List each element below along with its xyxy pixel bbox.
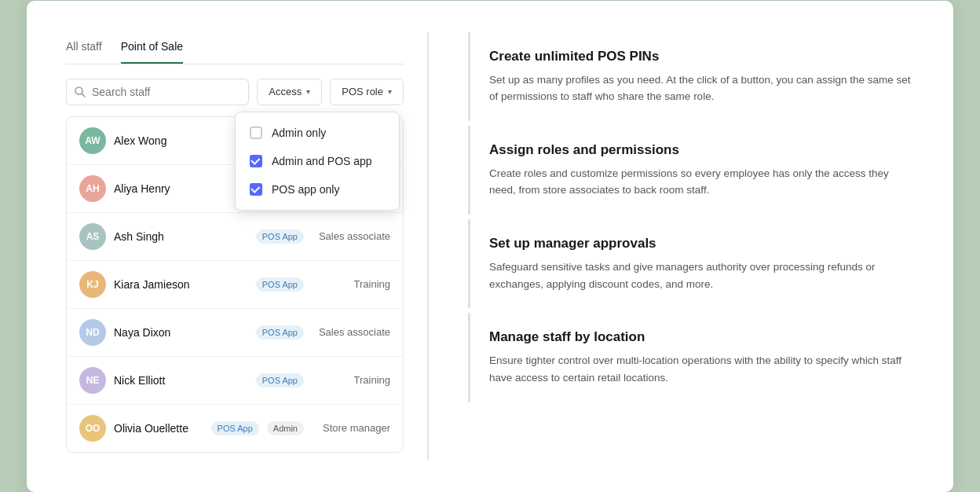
access-caret-icon: ▾ xyxy=(306,87,310,96)
feature-unlimited-pins: Create unlimited POS PINsSet up as many … xyxy=(468,32,914,121)
access-filter-button[interactable]: Access ▾ xyxy=(257,79,322,105)
staff-row[interactable]: KJKiara JamiesonPOS AppTraining xyxy=(67,261,403,309)
avatar: ND xyxy=(79,319,106,346)
pos-role-dropdown: Admin only Admin and POS app POS app onl… xyxy=(235,112,400,211)
main-card: All staff Point of Sale Access ▾ POS rol… xyxy=(27,1,953,492)
svg-line-1 xyxy=(82,94,85,97)
staff-role: Training xyxy=(312,278,390,290)
feature-title-staff-by-location: Manage staff by location xyxy=(489,329,914,346)
pos-role-filter-label: POS role xyxy=(342,86,383,97)
avatar: KJ xyxy=(79,271,106,298)
avatar: AW xyxy=(79,127,106,154)
avatar: NE xyxy=(79,367,106,394)
tab-point-of-sale[interactable]: Point of Sale xyxy=(121,32,183,64)
dropdown-item-admin-pos[interactable]: Admin and POS app xyxy=(236,147,399,175)
avatar: AS xyxy=(79,223,106,250)
feature-desc-roles-permissions: Create roles and customize permissions s… xyxy=(489,165,914,199)
left-panel: All staff Point of Sale Access ▾ POS rol… xyxy=(27,24,427,468)
dropdown-item-admin-only[interactable]: Admin only xyxy=(236,119,399,147)
staff-badge-pos: POS App xyxy=(211,421,259,435)
staff-role: Sales associate xyxy=(312,230,390,242)
feature-desc-staff-by-location: Ensure tighter control over multi-locati… xyxy=(489,352,914,386)
toolbar: Access ▾ POS role ▾ Admin only Admin and… xyxy=(66,79,404,105)
staff-name: Olivia Ouellette xyxy=(114,422,203,435)
dropdown-item-pos-only[interactable]: POS app only xyxy=(236,175,399,204)
right-panel: Create unlimited POS PINsSet up as many … xyxy=(429,24,953,468)
feature-manager-approvals: Set up manager approvalsSafeguard sensit… xyxy=(468,219,914,308)
feature-desc-manager-approvals: Safeguard sensitive tasks and give manag… xyxy=(489,259,914,292)
staff-name: Ash Singh xyxy=(114,230,248,243)
staff-badge-pos: POS App xyxy=(256,229,304,244)
staff-badge-pos: POS App xyxy=(256,277,304,292)
staff-row[interactable]: NENick ElliottPOS AppTraining xyxy=(67,357,403,405)
staff-row[interactable]: ASAsh SinghPOS AppSales associate xyxy=(67,213,403,261)
search-wrapper xyxy=(66,79,249,105)
search-icon xyxy=(74,86,86,98)
staff-row[interactable]: NDNaya DixonPOS AppSales associate xyxy=(67,309,403,357)
feature-roles-permissions: Assign roles and permissionsCreate roles… xyxy=(468,126,914,215)
feature-desc-unlimited-pins: Set up as many profiles as you need. At … xyxy=(489,72,914,105)
staff-badge-pos: POS App xyxy=(256,325,304,340)
staff-role: Sales associate xyxy=(312,326,390,338)
search-input[interactable] xyxy=(66,79,249,105)
feature-title-manager-approvals: Set up manager approvals xyxy=(489,235,914,252)
pos-role-filter-button[interactable]: POS role ▾ xyxy=(330,79,404,105)
avatar: AH xyxy=(79,175,106,202)
staff-badge-admin: Admin xyxy=(267,421,304,435)
staff-name: Aliya Henry xyxy=(114,182,248,195)
pos-role-caret-icon: ▾ xyxy=(388,87,392,96)
dropdown-label-admin-only: Admin only xyxy=(272,127,326,139)
feature-title-roles-permissions: Assign roles and permissions xyxy=(489,141,914,159)
tabs: All staff Point of Sale xyxy=(66,32,404,64)
staff-role: Training xyxy=(312,374,390,386)
staff-badge-pos: POS App xyxy=(256,373,304,387)
feature-staff-by-location: Manage staff by locationEnsure tighter c… xyxy=(468,313,914,402)
staff-role: Store manager xyxy=(312,422,390,434)
staff-name: Naya Dixon xyxy=(114,326,248,339)
staff-row[interactable]: OOOlivia OuellettePOS AppAdminStore mana… xyxy=(67,405,403,452)
checkbox-admin-pos[interactable] xyxy=(250,155,262,167)
staff-name: Kiara Jamieson xyxy=(114,278,248,291)
tab-all-staff[interactable]: All staff xyxy=(66,32,102,64)
access-filter-label: Access xyxy=(269,86,302,97)
feature-title-unlimited-pins: Create unlimited POS PINs xyxy=(489,48,914,65)
dropdown-label-pos-only: POS app only xyxy=(272,183,339,196)
checkbox-pos-only[interactable] xyxy=(250,183,262,196)
dropdown-label-admin-pos: Admin and POS app xyxy=(272,155,372,167)
checkbox-admin-only[interactable] xyxy=(250,127,262,139)
staff-name: Nick Elliott xyxy=(114,374,248,387)
avatar: OO xyxy=(79,415,106,442)
